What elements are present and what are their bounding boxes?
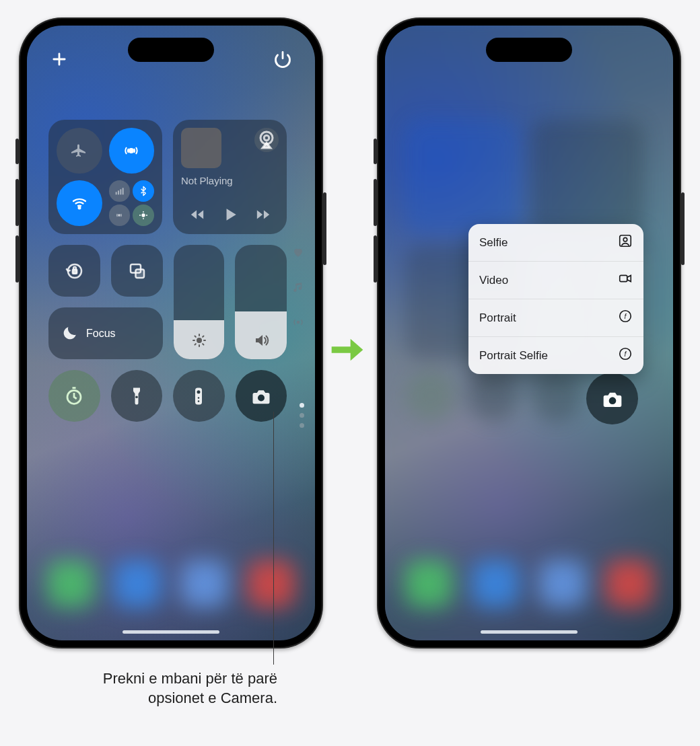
svg-point-7: [141, 213, 145, 217]
now-playing-status: Not Playing: [181, 175, 279, 186]
phone-frame-right: Selfie Video Portrait f Portrait Selfie …: [377, 17, 681, 648]
moon-icon: [61, 325, 78, 342]
camera-button[interactable]: [236, 370, 287, 422]
svg-rect-3: [118, 190, 119, 194]
svg-rect-26: [620, 275, 627, 281]
focus-button[interactable]: Focus: [48, 307, 163, 359]
svg-rect-11: [72, 269, 76, 273]
menu-item-label: Portrait: [479, 311, 516, 325]
svg-point-9: [264, 135, 269, 141]
svg-point-19: [197, 390, 201, 394]
album-art-placeholder: [181, 128, 221, 168]
wifi-toggle[interactable]: [57, 180, 102, 226]
svg-point-22: [258, 394, 265, 401]
airplay-icon[interactable]: [254, 128, 279, 152]
dock-blur: [27, 552, 315, 616]
forward-button[interactable]: [256, 207, 271, 225]
timer-button[interactable]: [48, 370, 100, 422]
menu-item-label: Portrait Selfie: [479, 349, 548, 363]
svg-rect-4: [120, 189, 122, 194]
screen: Selfie Video Portrait f Portrait Selfie …: [385, 26, 673, 640]
callout-caption: Prekni e mbani për të parë opsionet e Ca…: [65, 669, 277, 708]
flashlight-button[interactable]: [111, 370, 163, 422]
broadcast-icon: [292, 316, 304, 331]
svg-point-17: [135, 396, 138, 398]
home-indicator[interactable]: [481, 630, 578, 634]
airdrop-toggle[interactable]: [109, 128, 155, 174]
music-note-icon: [292, 281, 304, 296]
svg-point-0: [129, 149, 133, 153]
speaker-icon: [253, 332, 269, 351]
phone-side-button: [374, 235, 377, 283]
svg-point-1: [78, 207, 80, 209]
connectivity-panel[interactable]: [48, 120, 162, 234]
svg-point-25: [623, 237, 627, 241]
svg-text:f: f: [625, 350, 627, 358]
focus-label: Focus: [86, 328, 116, 340]
now-playing-panel[interactable]: Not Playing: [173, 120, 287, 234]
phone-frame-left: Not Playing: [19, 17, 323, 648]
volume-slider[interactable]: [235, 245, 287, 359]
callout-leader-line: [273, 412, 274, 665]
aperture-icon: f: [618, 346, 633, 365]
rewind-button[interactable]: [190, 207, 205, 225]
svg-rect-2: [116, 192, 117, 194]
transition-arrow-icon: [328, 331, 366, 371]
power-button[interactable]: [273, 50, 292, 69]
camera-options-menu: Selfie Video Portrait f Portrait Selfie …: [468, 224, 643, 374]
add-control-button[interactable]: [50, 50, 69, 69]
satellite-toggle[interactable]: [133, 204, 154, 226]
video-icon: [618, 271, 633, 289]
phone-side-button: [15, 179, 19, 226]
svg-point-15: [298, 322, 300, 324]
bluetooth-toggle[interactable]: [133, 180, 154, 202]
svg-point-21: [198, 400, 200, 402]
cellular-toggle[interactable]: [109, 180, 131, 202]
camera-menu-video[interactable]: Video: [468, 262, 643, 299]
play-button[interactable]: [221, 206, 239, 226]
heart-icon: [292, 246, 304, 261]
camera-menu-selfie[interactable]: Selfie: [468, 224, 643, 262]
mini-connectivity-cluster[interactable]: [109, 180, 155, 226]
svg-point-20: [198, 397, 200, 399]
camera-button[interactable]: [586, 373, 638, 424]
phone-side-button: [681, 192, 685, 265]
phone-side-button: [374, 139, 377, 164]
camera-menu-portrait-selfie[interactable]: Portrait Selfie f: [468, 337, 643, 374]
camera-icon: [602, 388, 623, 410]
phone-side-button: [15, 235, 19, 283]
svg-text:f: f: [625, 313, 627, 320]
screen-mirroring-button[interactable]: [111, 245, 163, 297]
aperture-icon: f: [618, 309, 633, 327]
airplane-mode-toggle[interactable]: [57, 128, 102, 174]
phone-side-button: [323, 192, 326, 265]
control-center-page-dots[interactable]: [300, 403, 304, 428]
svg-rect-5: [123, 188, 124, 194]
home-indicator[interactable]: [123, 630, 219, 634]
person-square-icon: [618, 233, 633, 252]
brightness-slider[interactable]: [174, 245, 224, 359]
orientation-lock-button[interactable]: [48, 245, 100, 297]
svg-point-6: [118, 215, 120, 217]
dynamic-island: [486, 38, 572, 62]
menu-item-label: Selfie: [479, 236, 508, 250]
dock-blur: [385, 552, 673, 616]
remote-button[interactable]: [173, 370, 225, 422]
menu-item-label: Video: [479, 274, 508, 287]
svg-point-14: [197, 338, 202, 343]
screen: Not Playing: [27, 26, 315, 640]
camera-menu-portrait[interactable]: Portrait f: [468, 299, 643, 337]
phone-side-button: [374, 179, 377, 226]
volume-side-indicators: [292, 246, 304, 331]
svg-point-23: [608, 397, 616, 404]
camera-icon: [251, 386, 271, 406]
sun-icon: [191, 332, 207, 351]
svg-rect-13: [135, 269, 144, 278]
phone-side-button: [15, 139, 19, 164]
svg-rect-24: [620, 235, 631, 247]
hotspot-toggle[interactable]: [109, 204, 131, 226]
